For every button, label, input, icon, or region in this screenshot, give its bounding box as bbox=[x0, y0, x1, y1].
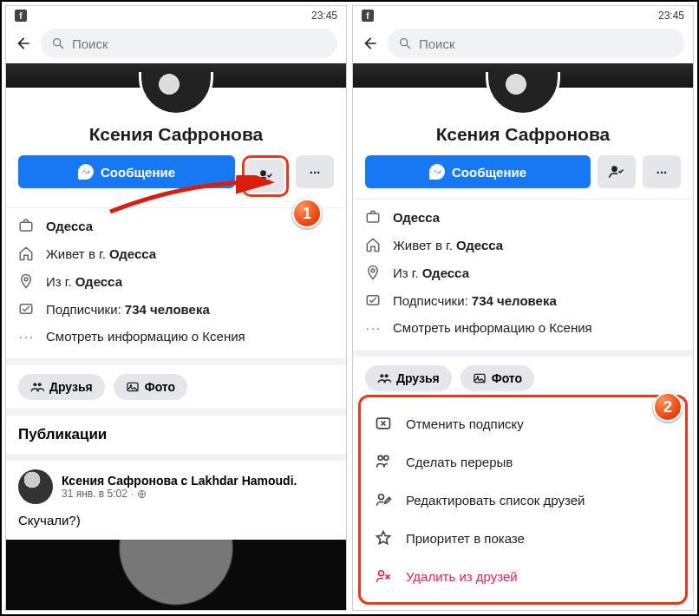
status-bar: f 23:45 bbox=[353, 6, 693, 23]
svg-point-15 bbox=[371, 269, 375, 272]
photos-icon bbox=[473, 371, 487, 385]
sheet-priority[interactable]: Приоритет в показе bbox=[369, 519, 676, 557]
callout-1: 1 bbox=[292, 199, 322, 228]
post-author-line: Ксения Сафронова с Lakhdar Hamoudi. bbox=[62, 474, 297, 488]
svg-point-23 bbox=[384, 455, 389, 460]
svg-point-24 bbox=[379, 495, 384, 500]
search-icon bbox=[398, 36, 412, 50]
info-work[interactable]: Одесса bbox=[365, 203, 681, 231]
sheet-snooze[interactable]: Сделать перерыв bbox=[369, 442, 676, 481]
chip-friends[interactable]: Друзья bbox=[18, 374, 105, 400]
info-lives[interactable]: Живет в г. Одесса bbox=[365, 231, 681, 259]
post-text: Скучали?) bbox=[18, 504, 334, 536]
followers-icon bbox=[365, 292, 382, 308]
unfollow-icon bbox=[375, 415, 394, 432]
briefcase-icon bbox=[365, 209, 382, 225]
profile-avatar[interactable] bbox=[486, 72, 560, 115]
profile-name: Ксения Сафронова bbox=[353, 124, 693, 145]
post-header: Ксения Сафронова с Lakhdar Hamoudi. 31 я… bbox=[18, 469, 334, 504]
callout-2: 2 bbox=[653, 392, 683, 422]
location-icon bbox=[18, 273, 36, 289]
svg-point-0 bbox=[54, 39, 61, 46]
arrow-annotation bbox=[106, 175, 279, 219]
search-icon bbox=[51, 36, 65, 50]
briefcase-icon bbox=[18, 218, 36, 233]
post-item[interactable]: Ксения Сафронова с Lakhdar Hamoudi. 31 я… bbox=[6, 461, 346, 540]
action-row: Сообщение ··· bbox=[353, 155, 693, 199]
followers-icon bbox=[18, 301, 36, 317]
more-icon: ··· bbox=[657, 165, 668, 180]
status-time: 23:45 bbox=[311, 10, 337, 22]
profile-chips: Друзья Фото bbox=[6, 358, 346, 416]
svg-point-18 bbox=[385, 374, 389, 377]
unfriend-icon bbox=[375, 567, 394, 585]
svg-point-11 bbox=[401, 39, 408, 46]
info-followers[interactable]: Подписчики: 734 человека bbox=[365, 286, 681, 314]
more-icon: ··· bbox=[365, 320, 382, 335]
info-followers[interactable]: Подписчики: 734 человека bbox=[18, 295, 334, 323]
profile-name: Ксения Сафронова bbox=[6, 124, 346, 145]
location-icon bbox=[365, 265, 382, 280]
info-about[interactable]: ··· Смотреть информацию о Ксения bbox=[365, 314, 681, 341]
phone-right: f 23:45 Поиск Ксения Сафронова Сообщение bbox=[352, 5, 694, 611]
home-icon bbox=[18, 246, 36, 261]
sheet-unfollow[interactable]: Отменить подписку bbox=[369, 404, 676, 442]
chip-photos[interactable]: Фото bbox=[461, 365, 534, 391]
post-image[interactable] bbox=[6, 540, 346, 611]
search-placeholder: Поиск bbox=[419, 36, 455, 51]
post-avatar[interactable] bbox=[18, 469, 53, 504]
search-placeholder: Поиск bbox=[72, 36, 108, 51]
friend-check-icon bbox=[608, 163, 625, 180]
friends-icon bbox=[377, 371, 391, 385]
more-button[interactable]: ··· bbox=[296, 155, 334, 188]
svg-point-13 bbox=[611, 166, 617, 172]
message-button[interactable]: Сообщение bbox=[365, 155, 591, 188]
back-button[interactable] bbox=[15, 35, 32, 52]
top-bar: Поиск bbox=[6, 23, 346, 63]
profile-avatar[interactable] bbox=[139, 72, 213, 115]
search-input[interactable]: Поиск bbox=[41, 29, 337, 58]
profile-info: Одесса Живет в г. Одесса Из г. Одесса По… bbox=[353, 199, 693, 350]
more-icon: ··· bbox=[310, 165, 321, 180]
status-time: 23:45 bbox=[658, 10, 684, 22]
svg-point-22 bbox=[378, 455, 382, 460]
svg-point-17 bbox=[380, 374, 383, 377]
posts-heading-block: Публикации bbox=[6, 416, 346, 461]
facebook-glyph-icon: f bbox=[15, 10, 27, 22]
profile-chips: Друзья Фото bbox=[353, 350, 693, 400]
profile-info: Одесса Живет в г. Одесса Из г. Одесса По… bbox=[6, 207, 346, 358]
chip-friends[interactable]: Друзья bbox=[365, 365, 452, 391]
friend-status-button[interactable] bbox=[598, 155, 636, 188]
more-icon: ··· bbox=[18, 329, 36, 344]
edit-list-icon bbox=[375, 491, 394, 508]
svg-point-25 bbox=[379, 571, 384, 576]
svg-rect-3 bbox=[20, 222, 32, 231]
chip-photos[interactable]: Фото bbox=[114, 374, 187, 400]
posts-heading: Публикации bbox=[18, 426, 334, 443]
svg-point-4 bbox=[24, 278, 28, 281]
messenger-icon bbox=[78, 164, 94, 180]
public-icon bbox=[137, 489, 147, 499]
info-from[interactable]: Из г. Одесса bbox=[365, 259, 681, 286]
status-bar: f 23:45 bbox=[6, 6, 346, 23]
search-input[interactable]: Поиск bbox=[388, 29, 684, 58]
message-label: Сообщение bbox=[452, 165, 526, 180]
post-meta: 31 янв. в 5:02 · bbox=[62, 488, 297, 500]
info-from[interactable]: Из г. Одесса bbox=[18, 267, 334, 295]
svg-point-6 bbox=[33, 383, 36, 386]
more-button[interactable]: ··· bbox=[643, 155, 681, 188]
back-button[interactable] bbox=[362, 35, 379, 52]
top-bar: Поиск bbox=[353, 23, 693, 63]
friend-options-sheet: Отменить подписку Сделать перерыв Редакт… bbox=[358, 395, 688, 605]
sheet-unfriend[interactable]: Удалить из друзей bbox=[369, 557, 676, 595]
friends-icon bbox=[30, 380, 44, 394]
facebook-glyph-icon: f bbox=[362, 10, 374, 22]
svg-line-12 bbox=[407, 45, 410, 49]
svg-point-7 bbox=[38, 383, 42, 386]
phone-left: f 23:45 Поиск Ксения Сафронова Сообщение bbox=[5, 5, 347, 611]
info-about[interactable]: ··· Смотреть информацию о Ксения bbox=[18, 323, 334, 350]
home-icon bbox=[365, 237, 382, 252]
sheet-edit-friend-list[interactable]: Редактировать список друзей bbox=[369, 481, 676, 519]
svg-rect-14 bbox=[367, 213, 379, 222]
info-lives[interactable]: Живет в г. Одесса bbox=[18, 239, 334, 267]
